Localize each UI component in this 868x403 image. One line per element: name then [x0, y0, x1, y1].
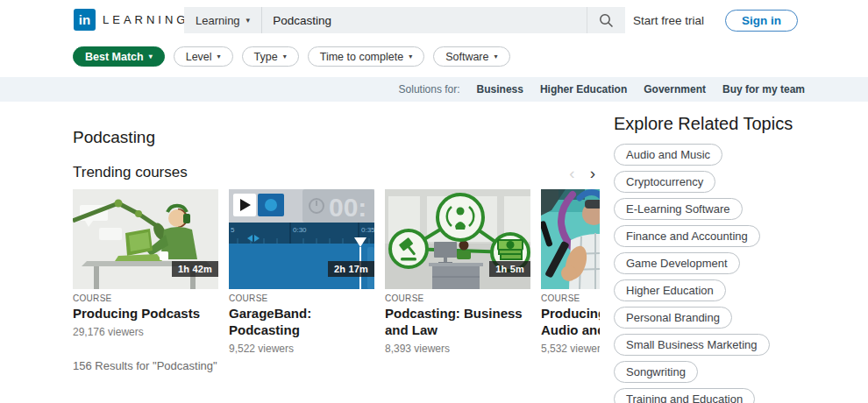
course-viewers: 5,532 viewers: [541, 343, 600, 355]
chevron-down-icon: ▾: [246, 16, 251, 25]
topic-finance-and-accounting[interactable]: Finance and Accounting: [614, 225, 760, 247]
topic-game-development[interactable]: Game Development: [614, 252, 740, 274]
search-bar: Learning ▾: [184, 7, 625, 33]
course-duration-badge: 1h 42m: [172, 261, 218, 277]
trending-courses-header: Trending courses ‹ ›: [73, 164, 599, 181]
sign-in-button[interactable]: Sign in: [725, 10, 798, 32]
solutions-label: Solutions for:: [399, 83, 460, 95]
course-title: Producing Audio and: [541, 306, 600, 339]
top-header: in LEARNING Learning ▾ Start free trial …: [0, 0, 868, 40]
product-name: LEARNING: [103, 13, 189, 26]
topic-higher-education[interactable]: Higher Education: [614, 279, 726, 301]
filter-time-to-complete[interactable]: Time to complete ▾: [308, 46, 424, 67]
topic-e-learning-software[interactable]: E-Learning Software: [614, 198, 743, 220]
course-kind-label: COURSE: [385, 293, 530, 303]
course-kind-label: COURSE: [73, 293, 218, 303]
topic-small-business-marketing[interactable]: Small Business Marketing: [614, 334, 770, 356]
solutions-link-government[interactable]: Government: [644, 83, 706, 95]
podcaster-photo-illustration: [541, 189, 600, 289]
chevron-down-icon: ▾: [217, 53, 221, 60]
course-card-producing-podcasts[interactable]: 1h 42m COURSE Producing Podcasts 29,176 …: [73, 189, 218, 355]
chevron-down-icon: ▾: [283, 53, 287, 60]
topic-cryptocurrency[interactable]: Cryptocurrency: [614, 171, 715, 193]
course-card-podcasting-business-law[interactable]: 1h 5m COURSE Podcasting: Business and La…: [385, 189, 530, 355]
course-duration-badge: 2h 17m: [328, 261, 374, 277]
carousel-arrows: ‹ ›: [569, 165, 599, 181]
course-kind-label: COURSE: [229, 293, 374, 303]
svg-text:0:30: 0:30: [293, 226, 307, 234]
course-thumbnail: 1h 42m: [73, 189, 218, 289]
filter-type[interactable]: Type ▾: [242, 46, 299, 67]
course-title: Producing Podcasts: [73, 306, 218, 322]
course-duration-badge: 1h 5m: [489, 261, 530, 277]
linkedin-learning-logo[interactable]: in LEARNING: [74, 9, 189, 31]
chevron-right-icon[interactable]: ›: [590, 165, 595, 181]
related-topics-panel: Explore Related Topics Audio and Music C…: [614, 114, 843, 403]
linkedin-logo-icon: in: [74, 9, 96, 31]
related-topics-title: Explore Related Topics: [614, 114, 843, 134]
svg-text:00:: 00:: [329, 193, 366, 222]
topic-audio-and-music[interactable]: Audio and Music: [614, 144, 722, 166]
results-count: 156 Results for "Podcasting": [73, 359, 217, 372]
course-title: GarageBand: Podcasting: [229, 306, 374, 339]
section-title: Trending courses: [73, 164, 188, 181]
course-kind-label: COURSE: [541, 293, 600, 303]
solutions-bar: Solutions for: Business Higher Education…: [0, 77, 868, 102]
course-title: Podcasting: Business and Law: [385, 306, 530, 339]
header-actions: Start free trial Sign in: [633, 0, 798, 40]
search-scope-dropdown[interactable]: Learning ▾: [184, 7, 262, 33]
chevron-down-icon: ▾: [149, 53, 153, 60]
solutions-link-business[interactable]: Business: [477, 83, 523, 95]
solutions-link-higher-education[interactable]: Higher Education: [540, 83, 627, 95]
course-viewers: 29,176 viewers: [73, 326, 218, 338]
svg-text:0:35: 0:35: [361, 226, 374, 234]
filter-software[interactable]: Software ▾: [433, 46, 509, 67]
course-thumbnail: [541, 189, 600, 289]
filter-level[interactable]: Level ▾: [174, 46, 233, 67]
course-viewers: 9,522 viewers: [229, 343, 374, 355]
chevron-left-icon[interactable]: ‹: [569, 165, 574, 181]
course-thumbnail: 00: 5 0:30 0:35: [229, 189, 374, 289]
solutions-link-buy-for-my-team[interactable]: Buy for my team: [722, 83, 805, 95]
filter-bar: Best Match ▾ Level ▾ Type ▾ Time to comp…: [73, 46, 510, 67]
chevron-down-icon: ▾: [494, 53, 498, 60]
start-free-trial-link[interactable]: Start free trial: [633, 14, 704, 27]
course-card-producing-audio[interactable]: COURSE Producing Audio and 5,532 viewers: [541, 189, 600, 355]
course-carousel: 1h 42m COURSE Producing Podcasts 29,176 …: [73, 189, 600, 357]
page-title: Podcasting: [73, 128, 155, 147]
topic-training-and-education[interactable]: Training and Education: [614, 388, 755, 403]
filter-best-match[interactable]: Best Match ▾: [73, 46, 165, 67]
search-scope-label: Learning: [196, 14, 240, 27]
search-input[interactable]: [262, 14, 587, 27]
chevron-down-icon: ▾: [409, 53, 412, 60]
course-thumbnail: 1h 5m: [385, 189, 530, 289]
course-viewers: 8,393 viewers: [385, 343, 530, 355]
svg-text:5: 5: [231, 226, 235, 234]
topic-songwriting[interactable]: Songwriting: [614, 361, 698, 383]
topic-personal-branding[interactable]: Personal Branding: [614, 307, 732, 329]
search-button[interactable]: [587, 7, 625, 33]
course-card-garageband-podcasting[interactable]: 00: 5 0:30 0:35: [229, 189, 374, 355]
search-icon: [599, 13, 614, 28]
